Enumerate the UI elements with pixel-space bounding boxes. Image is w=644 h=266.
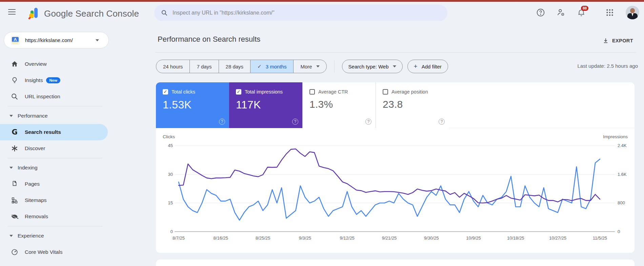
section-collapse-caret-icon bbox=[9, 167, 13, 169]
help-circle-icon[interactable]: ? bbox=[292, 119, 298, 125]
checkbox-checked-icon[interactable]: ✓ bbox=[163, 89, 168, 95]
checkbox-unchecked-icon[interactable] bbox=[309, 89, 315, 95]
sidebar: A https://kirkslane.com/ Overview Insigh… bbox=[0, 23, 108, 266]
app-title: Google Search Console bbox=[44, 8, 139, 19]
sidebar-item-removals[interactable]: Removals bbox=[0, 208, 108, 225]
google-g-icon: G bbox=[11, 128, 19, 136]
sidebar-item-search-results[interactable]: G Search results bbox=[0, 124, 108, 140]
average-position-value: 23.8 bbox=[383, 99, 449, 110]
top-accent-strip bbox=[0, 0, 644, 2]
left-axis-ticks: 4530150 bbox=[159, 144, 173, 235]
total-clicks-card[interactable]: ✓ Total clicks 1.53K ? bbox=[156, 82, 229, 128]
search-type-chip[interactable]: Search type: Web bbox=[342, 60, 403, 73]
chevron-down-icon bbox=[96, 39, 99, 41]
total-clicks-value: 1.53K bbox=[163, 99, 229, 111]
performance-chart[interactable] bbox=[175, 144, 615, 235]
download-icon bbox=[603, 38, 609, 44]
magnifier-icon bbox=[11, 93, 19, 101]
right-axis-title: Impressions bbox=[603, 134, 628, 139]
property-selector[interactable]: A https://kirkslane.com/ bbox=[4, 32, 109, 48]
sidebar-item-insights[interactable]: Insights New bbox=[0, 72, 108, 88]
sidebar-item-core-web-vitals[interactable]: Core Web Vitals bbox=[0, 244, 108, 260]
eye-off-icon bbox=[11, 212, 19, 221]
total-impressions-card[interactable]: ✓ Total impressions 117K ? bbox=[229, 82, 302, 128]
sidebar-item-sitemaps[interactable]: Sitemaps bbox=[0, 192, 108, 208]
hamburger-menu-icon[interactable] bbox=[8, 9, 16, 15]
average-ctr-card[interactable]: Average CTR 1.3% ? bbox=[302, 82, 376, 128]
sidebar-item-url-inspection[interactable]: URL inspection bbox=[0, 88, 108, 105]
range-3-months-selected[interactable]: ✓ 3 months bbox=[250, 60, 293, 73]
checkbox-checked-icon[interactable]: ✓ bbox=[236, 89, 241, 95]
average-position-card[interactable]: Average position 23.8 ? bbox=[376, 82, 449, 128]
title-divider bbox=[155, 52, 636, 53]
section-collapse-caret-icon bbox=[9, 235, 13, 237]
discover-asterisk-icon bbox=[11, 144, 19, 152]
left-axis-title: Clicks bbox=[163, 134, 175, 139]
total-impressions-value: 117K bbox=[236, 99, 302, 111]
date-range-segmented-control: 24 hours 7 days 28 days ✓ 3 months More bbox=[156, 60, 327, 73]
sitemap-icon bbox=[11, 196, 19, 204]
export-button[interactable]: EXPORT bbox=[598, 35, 638, 46]
range-24-hours[interactable]: 24 hours bbox=[156, 60, 189, 73]
last-update-text: Last update: 2.5 hours ago bbox=[578, 63, 638, 69]
help-circle-icon[interactable]: ? bbox=[219, 119, 225, 125]
performance-card: ✓ Total clicks 1.53K ? ✓ Total impressio… bbox=[156, 82, 635, 253]
next-card-partial bbox=[156, 260, 635, 266]
pages-icon bbox=[11, 180, 19, 188]
sidebar-section-indexing[interactable]: Indexing bbox=[0, 160, 108, 176]
help-icon[interactable] bbox=[536, 8, 545, 17]
account-avatar[interactable] bbox=[626, 6, 639, 19]
chevron-down-icon bbox=[393, 65, 396, 67]
right-axis-ticks: 2.4K1.6K8000 bbox=[618, 144, 633, 235]
speedometer-icon bbox=[11, 248, 19, 256]
average-ctr-value: 1.3% bbox=[309, 99, 376, 110]
lightbulb-icon bbox=[11, 76, 19, 84]
sidebar-section-experience[interactable]: Experience bbox=[0, 228, 108, 244]
add-filter-chip[interactable]: + Add filter bbox=[407, 60, 448, 73]
section-collapse-caret-icon bbox=[9, 115, 13, 117]
x-axis-labels: 8/7/258/16/258/25/259/3/259/12/259/21/25… bbox=[175, 236, 615, 242]
sidebar-item-overview[interactable]: Overview bbox=[0, 56, 108, 72]
home-icon bbox=[11, 60, 19, 68]
filter-separator bbox=[334, 60, 335, 73]
site-favicon-icon: A bbox=[11, 36, 20, 45]
check-icon: ✓ bbox=[257, 63, 262, 69]
search-icon bbox=[161, 9, 168, 16]
notification-badge: 88 bbox=[581, 6, 588, 11]
help-circle-icon[interactable]: ? bbox=[365, 119, 371, 125]
url-inspect-search[interactable] bbox=[154, 5, 447, 21]
range-28-days[interactable]: 28 days bbox=[219, 60, 250, 73]
top-bar: Google Search Console 88 bbox=[0, 2, 644, 23]
property-url: https://kirkslane.com/ bbox=[25, 37, 73, 43]
search-input[interactable] bbox=[173, 10, 430, 16]
sidebar-item-discover[interactable]: Discover bbox=[0, 140, 108, 157]
new-badge: New bbox=[46, 77, 60, 83]
help-circle-icon[interactable]: ? bbox=[439, 119, 445, 125]
google-apps-grid-icon[interactable] bbox=[605, 8, 614, 17]
user-settings-icon[interactable] bbox=[557, 8, 565, 17]
checkbox-unchecked-icon[interactable] bbox=[383, 89, 388, 95]
plus-icon: + bbox=[414, 63, 418, 70]
sidebar-divider bbox=[7, 226, 102, 226]
metric-cards-row: ✓ Total clicks 1.53K ? ✓ Total impressio… bbox=[156, 82, 635, 128]
notifications-bell-icon[interactable]: 88 bbox=[577, 8, 586, 17]
sidebar-divider bbox=[7, 106, 102, 106]
search-console-logo-icon bbox=[28, 6, 41, 19]
filter-bar: 24 hours 7 days 28 days ✓ 3 months More … bbox=[156, 60, 448, 73]
sidebar-item-pages[interactable]: Pages bbox=[0, 176, 108, 192]
chevron-down-icon bbox=[316, 65, 320, 67]
range-7-days[interactable]: 7 days bbox=[189, 60, 218, 73]
range-more-dropdown[interactable]: More bbox=[293, 60, 326, 73]
page-title: Performance on Search results bbox=[158, 35, 260, 44]
sidebar-divider bbox=[7, 158, 102, 158]
sidebar-section-performance[interactable]: Performance bbox=[0, 108, 108, 124]
